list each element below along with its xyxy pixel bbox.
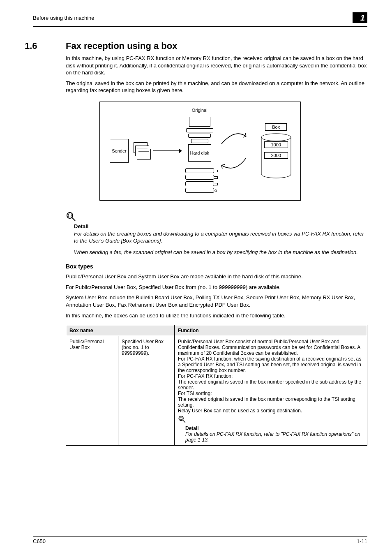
table-header-row: Box name Function [66,325,367,336]
cell-function: Public/Personal User Box consist of norm… [175,336,367,446]
section-number: 1.6 [25,41,66,51]
svg-point-0 [261,134,291,141]
running-header: Before using this machine 1 [33,15,367,27]
detail-note: Detail For details on the creating boxes… [66,211,367,256]
box-types-p2: For Public/Personal User Box, Specified … [66,284,367,291]
intro-p2: The original saved in the box can be pri… [66,80,367,94]
box-id-2: 2000 [264,152,288,159]
svg-line-3 [72,217,75,221]
func-line-4: For TSI sorting: [178,391,364,396]
box-id-1: 1000 [264,141,288,148]
section-title: Fax reception using a box [66,41,177,51]
running-head-text: Before using this machine [33,15,95,21]
intro-paragraphs: In this machine, by using PC-FAX RX func… [66,55,367,94]
detail-heading: Detail [74,223,367,229]
detail-p2: When sending a fax, the scanned original… [74,249,367,256]
footer-left: C650 [33,538,46,544]
cell-box-name: Public/Personal User Box [66,336,118,446]
intro-p1: In this machine, by using PC-FAX RX func… [66,55,367,76]
magnifier-icon [178,415,186,425]
original-document-icon [134,142,150,160]
cell-detail-text: For details on PC-FAX RX function, refer… [185,431,364,443]
scanner-icon [186,117,213,144]
flow-diagram: Sender Original Hard disk [33,102,367,201]
printer-icon [185,168,214,194]
table-header-boxname: Box name [66,325,175,336]
func-line-2: For PC-FAX RX function: [178,373,364,379]
footer-right: 1-11 [357,538,367,544]
diagram-sender-label: Sender [110,139,128,163]
cell-box-sub: Specified User Box (box no. 1 to 9999999… [118,336,175,446]
box-types-heading: Box types [66,263,367,270]
arrow-right-icon [153,148,182,153]
box-types-paragraphs: Public/Personal User Box and System User… [66,273,367,319]
cell-detail-heading: Detail [185,426,364,431]
func-line-1: For PC-FAX RX function, when the saving … [178,356,364,373]
svg-point-1 [67,213,73,218]
box-types-table: Box name Function Public/Personal User B… [66,325,367,446]
diagram-box-label: Box [265,123,287,131]
diagram-original-label: Original [192,108,208,113]
table-header-function: Function [175,325,367,336]
svg-line-6 [183,420,185,423]
func-line-6: Relay User Box can not be used as a sort… [178,408,364,414]
svg-point-4 [179,416,183,421]
box-types-p4: In this machine, the boxes can be used t… [66,312,367,319]
box-types-p3: System User Box include the Bulletin Boa… [66,294,367,308]
svg-point-5 [180,417,182,420]
chapter-number-badge: 1 [353,12,367,23]
svg-point-2 [68,214,71,217]
detail-p1: For details on the creating boxes and do… [74,230,367,245]
func-line-5: The received original is saved in the bo… [178,396,364,408]
curved-arrow-down-icon [221,157,249,169]
magnifier-icon [66,211,76,223]
func-line-3: The received original is saved in the bo… [178,379,364,391]
func-line-0: Public/Personal User Box consist of norm… [178,339,364,356]
section-heading: 1.6 Fax reception using a box [33,41,367,51]
curved-arrow-up-icon [221,132,249,145]
table-row: Public/Personal User Box Specified User … [66,336,367,446]
diagram-hard-disk-label: Hard disk [188,144,211,162]
page-footer: C650 1-11 [33,536,367,544]
box-types-p1: Public/Personal User Box and System User… [66,273,367,280]
database-cylinder-icon: 1000 2000 [261,133,291,178]
